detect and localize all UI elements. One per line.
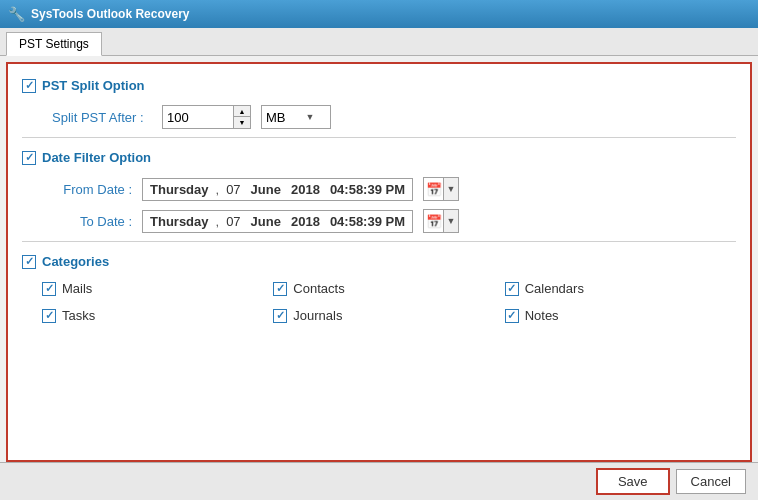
title-bar: 🔧 SysTools Outlook Recovery [0, 0, 758, 28]
from-day-num: 07 [223, 181, 243, 198]
category-mails: Mails [42, 281, 273, 296]
to-date-label: To Date : [52, 214, 132, 229]
mails-checkbox[interactable] [42, 282, 56, 296]
from-time: 04:58:39 PM [327, 181, 408, 198]
from-date-label: From Date : [52, 182, 132, 197]
categories-title: Categories [42, 254, 109, 269]
to-date-row: To Date : Thursday , 07 June 2018 04:58:… [52, 209, 736, 233]
to-date-display[interactable]: Thursday , 07 June 2018 04:58:39 PM [142, 210, 413, 233]
date-filter-section-header: Date Filter Option [22, 146, 736, 169]
unit-arrow-icon: ▼ [306, 112, 315, 122]
from-date-display[interactable]: Thursday , 07 June 2018 04:58:39 PM [142, 178, 413, 201]
categories-section-header: Categories [22, 250, 736, 273]
app-title: SysTools Outlook Recovery [31, 7, 190, 21]
spin-up-button[interactable]: ▲ [234, 106, 250, 117]
split-pst-row: Split PST After : ▲ ▼ MB ▼ [52, 105, 736, 129]
date-filter-title: Date Filter Option [42, 150, 151, 165]
spin-buttons: ▲ ▼ [233, 106, 250, 128]
tab-pst-settings[interactable]: PST Settings [6, 32, 102, 56]
split-value-spinner[interactable]: ▲ ▼ [162, 105, 251, 129]
category-journals: Journals [273, 308, 504, 323]
from-date-calendar-button[interactable]: 📅 ▼ [423, 177, 459, 201]
to-year: 2018 [288, 213, 323, 230]
from-date-row: From Date : Thursday , 07 June 2018 04:5… [52, 177, 736, 201]
cancel-button[interactable]: Cancel [676, 469, 746, 494]
divider-1 [22, 137, 736, 138]
tasks-label: Tasks [62, 308, 95, 323]
to-date-colon: : [128, 214, 132, 229]
main-panel: PST Split Option Split PST After : ▲ ▼ M… [6, 62, 752, 462]
calendars-checkbox[interactable] [505, 282, 519, 296]
tasks-checkbox[interactable] [42, 309, 56, 323]
spin-down-button[interactable]: ▼ [234, 117, 250, 128]
tab-bar: PST Settings [0, 28, 758, 56]
from-date-colon: : [128, 182, 132, 197]
pst-split-section-header: PST Split Option [22, 74, 736, 97]
calendar-icon: 📅 [424, 178, 444, 200]
calendar-icon-2: 📅 [424, 210, 444, 232]
split-label: Split PST After : [52, 110, 152, 125]
mails-label: Mails [62, 281, 92, 296]
divider-2 [22, 241, 736, 242]
to-time: 04:58:39 PM [327, 213, 408, 230]
pst-split-title: PST Split Option [42, 78, 145, 93]
to-month: June [248, 213, 284, 230]
pst-split-checkbox[interactable] [22, 79, 36, 93]
journals-checkbox[interactable] [273, 309, 287, 323]
from-day: Thursday [147, 181, 212, 198]
save-button[interactable]: Save [596, 468, 670, 495]
contacts-label: Contacts [293, 281, 344, 296]
categories-checkbox[interactable] [22, 255, 36, 269]
unit-select[interactable]: MB ▼ [261, 105, 331, 129]
to-day-num: 07 [223, 213, 243, 230]
calendars-label: Calendars [525, 281, 584, 296]
journals-label: Journals [293, 308, 342, 323]
contacts-checkbox[interactable] [273, 282, 287, 296]
category-calendars: Calendars [505, 281, 736, 296]
notes-label: Notes [525, 308, 559, 323]
date-filter-checkbox[interactable] [22, 151, 36, 165]
calendar-dropdown-arrow-icon-2: ▼ [444, 210, 458, 232]
to-day: Thursday [147, 213, 212, 230]
footer-bar: Save Cancel [0, 462, 758, 500]
to-date-calendar-button[interactable]: 📅 ▼ [423, 209, 459, 233]
from-month: June [248, 181, 284, 198]
split-value-input[interactable] [163, 106, 233, 128]
categories-grid: Mails Contacts Calendars Tasks Journals … [42, 281, 736, 323]
category-contacts: Contacts [273, 281, 504, 296]
category-notes: Notes [505, 308, 736, 323]
calendar-dropdown-arrow-icon: ▼ [444, 178, 458, 200]
app-icon: 🔧 [8, 6, 25, 22]
unit-value: MB [266, 110, 286, 125]
category-tasks: Tasks [42, 308, 273, 323]
from-year: 2018 [288, 181, 323, 198]
notes-checkbox[interactable] [505, 309, 519, 323]
